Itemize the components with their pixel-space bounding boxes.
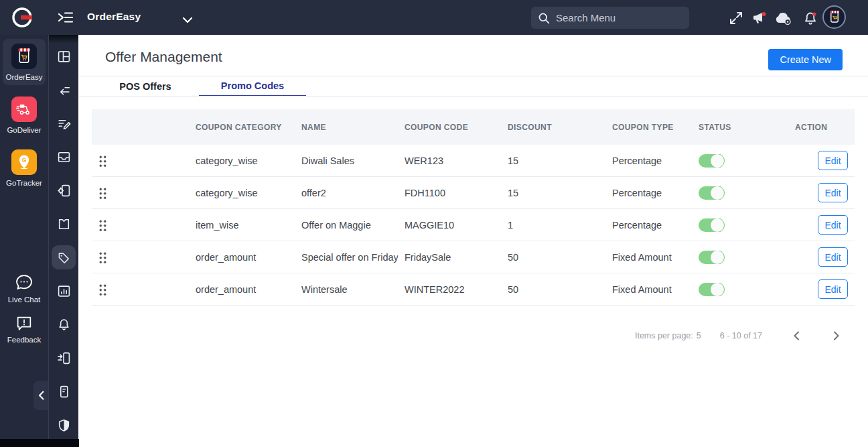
- nav-pocket-icon[interactable]: [52, 212, 76, 236]
- sidebar-app-label: GoTracker: [6, 179, 42, 187]
- search-bar[interactable]: [531, 7, 689, 29]
- bottom-strip: [0, 439, 79, 447]
- account-avatar[interactable]: [822, 5, 846, 29]
- toggle-knob: [710, 186, 725, 200]
- nav-analytics-icon[interactable]: [52, 279, 76, 303]
- status-toggle[interactable]: [699, 218, 723, 232]
- sidebar-util-label: Feedback: [7, 336, 42, 344]
- sidebar-app-label: OrderEasy: [6, 73, 43, 81]
- notifications-bell-icon[interactable]: [802, 10, 818, 26]
- status-toggle[interactable]: [699, 154, 723, 168]
- sidebar-app-label: GoDeliver: [7, 126, 41, 134]
- next-page-button[interactable]: [830, 330, 843, 342]
- column-header-name: NAME: [295, 123, 398, 132]
- search-input[interactable]: [556, 12, 670, 23]
- godeliver-app-icon: [11, 97, 37, 122]
- live-chat-icon: [14, 273, 34, 293]
- table-header-row: COUPON CATEGORY NAME COUPON CODE DISCOUN…: [92, 109, 855, 145]
- announcements-icon[interactable]: [751, 10, 768, 26]
- cell-discount: 15: [501, 188, 605, 198]
- drag-handle-icon[interactable]: [98, 251, 107, 263]
- edit-button[interactable]: Edit: [818, 247, 848, 267]
- drag-handle-icon[interactable]: [98, 219, 107, 231]
- feedback-icon: [15, 314, 33, 333]
- cell-name: Special offer on Friday: [295, 252, 398, 263]
- cell-discount: 50: [501, 284, 605, 295]
- sidebar-live-chat[interactable]: Live Chat: [3, 273, 46, 304]
- nav-inbox-icon[interactable]: [52, 145, 76, 169]
- app-window: OrderEasy: [0, 0, 868, 447]
- sidebar-toggle-icon[interactable]: [58, 11, 74, 24]
- toggle-knob: [710, 218, 725, 232]
- nav-dashboard-icon[interactable]: [52, 44, 76, 68]
- nav-push-to-device-icon[interactable]: [52, 346, 76, 370]
- cell-coupon-category: order_amount: [189, 284, 295, 295]
- tab-bar: POS Offers Promo Codes: [92, 76, 306, 97]
- nav-rail: [48, 35, 78, 439]
- brand-logo-icon: [11, 6, 33, 29]
- nav-transactions-icon[interactable]: [52, 78, 76, 102]
- cell-coupon-type: Percentage: [605, 188, 692, 198]
- cell-coupon-category: item_wise: [189, 220, 295, 231]
- cell-name: Wintersale: [295, 284, 398, 295]
- cell-name: Diwali Sales: [295, 155, 398, 166]
- cell-coupon-code: WINTER2022: [398, 284, 501, 295]
- cloud-sync-icon[interactable]: [774, 10, 793, 26]
- column-header-coupon-code: COUPON CODE: [398, 123, 501, 132]
- cell-discount: 50: [501, 252, 605, 263]
- edit-button[interactable]: Edit: [818, 215, 848, 235]
- previous-page-button[interactable]: [790, 330, 802, 342]
- fullscreen-icon[interactable]: [728, 10, 744, 26]
- cell-coupon-code: WER123: [398, 155, 501, 166]
- column-header-coupon-type: COUPON TYPE: [605, 123, 692, 132]
- column-header-coupon-category: COUPON CATEGORY: [189, 123, 295, 132]
- table-row: order_amount Special offer on Friday Fri…: [92, 241, 855, 273]
- cell-coupon-category: category_wise: [189, 155, 295, 166]
- nav-security-shield-icon[interactable]: [52, 413, 76, 437]
- nav-offers-tag-icon[interactable]: [52, 245, 76, 269]
- nav-notifications-icon[interactable]: [52, 312, 76, 336]
- app-selector[interactable]: OrderEasy: [87, 11, 141, 23]
- column-header-discount: DISCOUNT: [501, 123, 605, 132]
- drag-handle-icon[interactable]: [98, 155, 107, 167]
- table-row: category_wise offer2 FDH1100 15 Percenta…: [92, 177, 855, 209]
- search-icon: [538, 12, 550, 24]
- toggle-knob: [710, 283, 725, 296]
- tab-promo-codes[interactable]: Promo Codes: [199, 76, 306, 97]
- cell-coupon-type: Fixed Amount: [605, 284, 692, 295]
- nav-orders-edit-icon[interactable]: [52, 111, 76, 135]
- drag-handle-icon[interactable]: [98, 187, 107, 199]
- cell-name: offer2: [295, 188, 398, 198]
- gotracker-app-icon: G: [11, 149, 37, 175]
- ordereasy-app-icon: [11, 44, 37, 69]
- sidebar-collapse-button[interactable]: [33, 381, 48, 410]
- sidebar-app-ordereasy[interactable]: OrderEasy: [3, 39, 46, 85]
- tab-pos-offers[interactable]: POS Offers: [92, 76, 199, 97]
- items-per-page-value[interactable]: 5: [697, 331, 701, 340]
- edit-button[interactable]: Edit: [818, 279, 848, 299]
- cell-coupon-code: MAGGIE10: [398, 220, 501, 231]
- column-header-status: STATUS: [692, 123, 788, 132]
- main-content: Offer Management Create New POS Offers P…: [79, 35, 868, 447]
- status-toggle[interactable]: [699, 283, 723, 296]
- topbar: OrderEasy: [0, 0, 868, 35]
- chevron-down-icon[interactable]: [182, 14, 193, 21]
- edit-button[interactable]: Edit: [818, 183, 848, 202]
- nav-device-settings-icon[interactable]: [52, 178, 76, 202]
- create-new-button[interactable]: Create New: [768, 49, 843, 70]
- nav-billing-terminal-icon[interactable]: [52, 379, 76, 403]
- table-row: item_wise Offer on Maggie MAGGIE10 1 Per…: [92, 209, 855, 241]
- sidebar-app-gotracker[interactable]: G GoTracker: [3, 145, 46, 191]
- status-toggle[interactable]: [699, 251, 723, 264]
- edit-button[interactable]: Edit: [818, 151, 848, 170]
- cell-coupon-code: FridaySale: [398, 252, 501, 263]
- svg-text:G: G: [22, 157, 27, 164]
- sidebar-app-godeliver[interactable]: GoDeliver: [3, 92, 46, 138]
- status-toggle[interactable]: [699, 186, 723, 200]
- cell-discount: 1: [501, 220, 605, 231]
- pagination-range: 6 - 10 of 17: [720, 331, 762, 340]
- sidebar-feedback[interactable]: Feedback: [3, 314, 46, 344]
- drag-handle-icon[interactable]: [98, 283, 107, 296]
- app-sidebar: OrderEasy GoDeliver G GoTrac: [0, 35, 48, 439]
- cell-coupon-type: Fixed Amount: [605, 252, 692, 263]
